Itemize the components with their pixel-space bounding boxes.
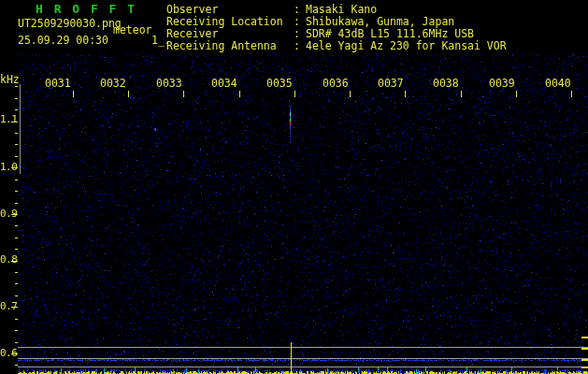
- freq-axis-label: 0.8: [0, 254, 17, 266]
- time-axis-label: 0034: [211, 78, 237, 90]
- freq-axis-label: 0.9: [0, 209, 17, 220]
- freq-axis-label: 0.6: [0, 348, 17, 359]
- time-axis-label: 0037: [378, 78, 404, 90]
- station-name: meteor: [113, 24, 152, 36]
- time-axis-label: 0033: [156, 78, 182, 90]
- app-title: H R O F F T: [36, 3, 136, 15]
- hrofft-window: H R O F F T UT2509290030.png meteor 25.0…: [0, 0, 588, 374]
- time-axis-label: 0040: [545, 78, 571, 90]
- freq-axis-label: 1.0: [0, 162, 17, 173]
- freq-unit-label: kHz: [0, 74, 20, 86]
- freq-axis-label: 0.7: [0, 301, 17, 312]
- filename: UT2509290030.png: [18, 18, 122, 30]
- time-axis-label: 0035: [266, 78, 293, 90]
- time-axis-label: 0038: [433, 78, 459, 90]
- time-axis-label: 0031: [45, 78, 71, 90]
- freq-axis-label: 1.1: [0, 114, 17, 125]
- info-label: Receiving Antenna: [166, 40, 294, 52]
- time-axis-label: 0032: [100, 78, 126, 90]
- observation-info: Observer:Masaki KanoReceiving Location:S…: [166, 4, 507, 52]
- datetime: 25.09.29 00:30: [18, 35, 108, 47]
- info-row: Receiving Antenna:4ele Yagi Az 230 for K…: [166, 40, 507, 52]
- info-separator: :: [294, 40, 306, 52]
- time-axis-label: 0039: [489, 78, 515, 90]
- info-value: 4ele Yagi Az 230 for Kansai VOR: [306, 40, 507, 52]
- time-axis-label: 0036: [323, 78, 349, 90]
- spectrogram-canvas: [0, 0, 588, 374]
